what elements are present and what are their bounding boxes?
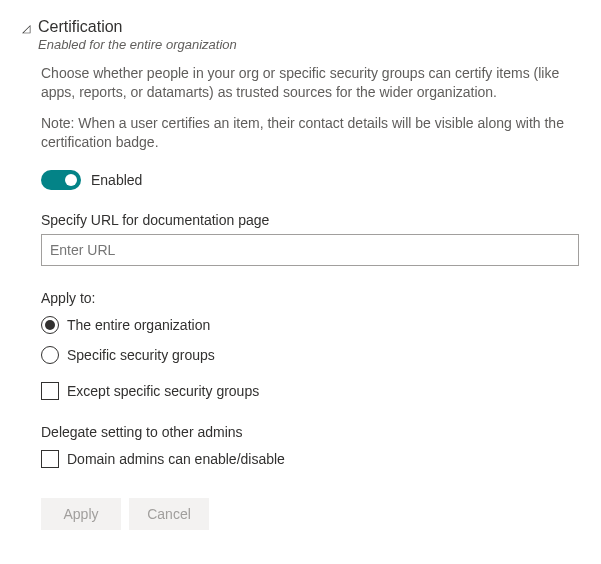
checkbox-except-groups[interactable]: [41, 382, 59, 400]
url-field-label: Specify URL for documentation page: [41, 212, 579, 228]
checkbox-domain-admins[interactable]: [41, 450, 59, 468]
checkbox-except-groups-label[interactable]: Except specific security groups: [67, 383, 259, 399]
url-input[interactable]: [41, 234, 579, 266]
section-title: Certification: [38, 18, 579, 36]
enabled-toggle-label: Enabled: [91, 172, 142, 188]
collapse-icon[interactable]: ◿: [22, 22, 30, 35]
apply-button[interactable]: Apply: [41, 498, 121, 530]
delegate-label: Delegate setting to other admins: [41, 424, 579, 440]
radio-entire-org-label[interactable]: The entire organization: [67, 317, 210, 333]
toggle-knob: [65, 174, 77, 186]
section-subtitle: Enabled for the entire organization: [38, 37, 579, 52]
radio-security-groups[interactable]: [41, 346, 59, 364]
enabled-toggle[interactable]: [41, 170, 81, 190]
note-text: Note: When a user certifies an item, the…: [41, 114, 579, 152]
description-text: Choose whether people in your org or spe…: [41, 64, 579, 102]
cancel-button[interactable]: Cancel: [129, 498, 209, 530]
radio-entire-org[interactable]: [41, 316, 59, 334]
apply-to-label: Apply to:: [41, 290, 579, 306]
checkbox-domain-admins-label[interactable]: Domain admins can enable/disable: [67, 451, 285, 467]
radio-security-groups-label[interactable]: Specific security groups: [67, 347, 215, 363]
